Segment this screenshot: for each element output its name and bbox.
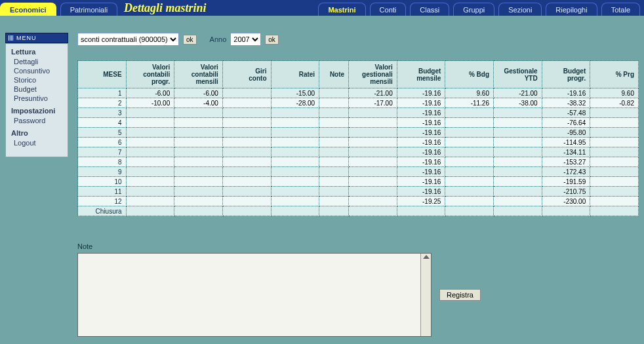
sidebar-section-impostazioni: Impostazioni (11, 107, 62, 115)
col-header: Budget progr. (542, 61, 590, 88)
cell (319, 118, 349, 128)
table-row: 6-19.16-114.95 (78, 138, 639, 147)
col-header: % Prg (590, 61, 639, 88)
cell: -17.00 (349, 98, 397, 108)
cell (271, 157, 319, 167)
tab-conti[interactable]: Conti (370, 3, 407, 16)
tab-sezioni[interactable]: Sezioni (498, 3, 542, 16)
sidebar-item-dettagli[interactable]: Dettagli (11, 57, 62, 66)
sidebar-item-consuntivo[interactable]: Consuntivo (11, 66, 62, 75)
sidebar-item-password[interactable]: Password (11, 116, 62, 125)
cell (494, 167, 542, 177)
tab-economici[interactable]: Economici (0, 3, 56, 16)
cell (494, 118, 542, 128)
cell: -210.75 (542, 187, 590, 197)
cell: -0.82 (590, 98, 639, 108)
cell (445, 197, 494, 206)
sidebar: MENU LetturaDettagliConsuntivoStoricoBud… (0, 33, 68, 337)
cell (174, 197, 223, 206)
cell: -38.32 (542, 98, 590, 108)
cell (590, 147, 639, 157)
tab-totale[interactable]: Totale (601, 3, 640, 16)
cell: -19.16 (397, 157, 445, 167)
cell (319, 108, 349, 118)
cell (222, 167, 271, 177)
tab-gruppi[interactable]: Gruppi (453, 3, 494, 16)
cell (222, 157, 271, 167)
cell (445, 128, 494, 138)
col-header: Valori contabili mensili (174, 61, 223, 88)
cell (349, 197, 397, 206)
cell (271, 167, 319, 177)
cell (222, 187, 271, 197)
scrollbar[interactable] (420, 254, 431, 336)
sidebar-item-logout[interactable]: Logout (11, 138, 62, 147)
cell: -6.00 (174, 88, 223, 98)
cell-mese: 11 (78, 187, 127, 197)
cell (349, 177, 397, 187)
mastrino-select[interactable]: sconti contrattuali (900005) (77, 33, 179, 46)
cell (222, 88, 271, 98)
cell (542, 206, 590, 216)
cell: -134.11 (542, 147, 590, 157)
cell: -19.16 (397, 187, 445, 197)
table-row: 3-19.16-57.48 (78, 108, 639, 118)
cell (222, 197, 271, 206)
tab-classi[interactable]: Classi (410, 3, 449, 16)
cell (319, 88, 349, 98)
tab-mastrini[interactable]: Mastrini (318, 3, 365, 16)
cell (319, 187, 349, 197)
sidebar-item-budget[interactable]: Budget (11, 85, 62, 94)
cell: 9.60 (590, 88, 639, 98)
cell (271, 147, 319, 157)
registra-button[interactable]: Registra (439, 289, 481, 301)
cell (126, 147, 174, 157)
cell (271, 118, 319, 128)
ok-mastrino-button[interactable]: ok (183, 35, 197, 45)
cell (494, 157, 542, 167)
cell-mese: 12 (78, 197, 127, 206)
cell (445, 187, 494, 197)
cell (271, 197, 319, 206)
cell (222, 147, 271, 157)
cell (126, 128, 174, 138)
cell (494, 197, 542, 206)
cell (445, 206, 494, 216)
cell (319, 128, 349, 138)
cell: -19.16 (397, 108, 445, 118)
filter-controls: sconti contrattuali (900005) ok Anno 200… (77, 33, 640, 46)
ok-year-button[interactable]: ok (265, 35, 279, 45)
tab-patrimoniali[interactable]: Patrimoniali (60, 3, 117, 16)
grip-icon (9, 35, 14, 41)
cell: -15.00 (271, 88, 319, 98)
cell: -11.26 (445, 98, 494, 108)
cell (494, 187, 542, 197)
content-area: sconti contrattuali (900005) ok Anno 200… (68, 33, 644, 337)
cell (445, 108, 494, 118)
menu-label: MENU (16, 35, 37, 41)
cell: -19.16 (542, 88, 590, 98)
cell: -76.64 (542, 118, 590, 128)
cell: -57.48 (542, 108, 590, 118)
cell (349, 147, 397, 157)
scroll-up-icon[interactable] (423, 255, 430, 259)
col-header: Gestionale YTD (494, 61, 542, 88)
cell (174, 147, 223, 157)
cell (494, 147, 542, 157)
cell (126, 138, 174, 147)
table-row: 4-19.16-76.64 (78, 118, 639, 128)
cell (349, 118, 397, 128)
note-textarea[interactable] (77, 253, 432, 337)
year-select[interactable]: 2007 (230, 33, 261, 46)
table-row: 9-19.16-172.43 (78, 167, 639, 177)
cell (126, 167, 174, 177)
cell (349, 206, 397, 216)
sidebar-item-storico[interactable]: Storico (11, 75, 62, 85)
cell (222, 206, 271, 216)
cell: -10.00 (126, 98, 174, 108)
tab-riepiloghi[interactable]: Riepiloghi (546, 3, 597, 16)
sidebar-item-presuntivo[interactable]: Presuntivo (11, 94, 62, 103)
table-row: 5-19.16-95.80 (78, 128, 639, 138)
col-header: Note (319, 61, 349, 88)
cell: -28.00 (271, 98, 319, 108)
